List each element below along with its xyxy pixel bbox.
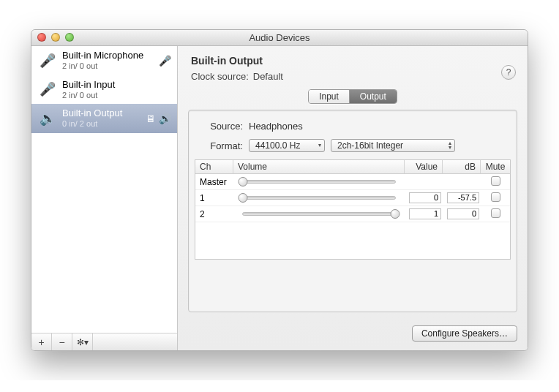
io-tabs: Input Output (308, 89, 397, 104)
col-db[interactable]: dB (443, 160, 481, 173)
value-1[interactable]: 0 (409, 192, 441, 203)
channel-table: Ch Volume Value dB Mute Master (195, 159, 511, 260)
device-row-microphone[interactable]: 🎤 Built-in Microphone 2 in/ 0 out 🎤 (31, 46, 177, 75)
audio-devices-window: Audio Devices 🎤 Built-in Microphone 2 in… (31, 29, 528, 351)
source-value: Headphones (249, 121, 303, 132)
mute-checkbox-1[interactable] (491, 192, 500, 202)
tab-input[interactable]: Input (309, 90, 350, 103)
remove-device-button[interactable]: − (52, 333, 72, 350)
device-row-input[interactable]: 🎤 Built-in Input 2 in/ 0 out (31, 75, 177, 105)
value-2[interactable]: 1 (409, 208, 441, 219)
bit-depth-value: 2ch-16bit Integer (337, 140, 403, 151)
format-label: Format: (199, 140, 243, 151)
selected-device-title: Built-in Output (191, 55, 514, 67)
chevron-down-icon: ▾ (318, 143, 321, 148)
device-row-output[interactable]: 🔈 Built-in Output 0 in/ 2 out 🖥 🔊 (31, 104, 177, 133)
col-volume[interactable]: Volume (233, 160, 405, 173)
clock-source-label: Clock source: (191, 71, 249, 82)
window-title: Audio Devices (31, 32, 528, 43)
action-menu-button[interactable]: ✻▾ (72, 333, 93, 350)
device-channels: 0 in/ 2 out (62, 119, 140, 129)
help-button[interactable]: ? (501, 65, 516, 80)
default-output-icon: 🖥 🔊 (146, 113, 171, 124)
device-name: Built-in Input (62, 80, 165, 91)
volume-slider-master[interactable] (242, 180, 396, 184)
db-master (447, 176, 479, 187)
microphone-icon: 🎤 (39, 81, 56, 97)
microphone-icon: 🎤 (39, 53, 56, 69)
titlebar[interactable]: Audio Devices (31, 30, 528, 46)
col-value[interactable]: Value (405, 160, 443, 173)
channel-name: 1 (195, 192, 233, 204)
clock-source-value: Default (253, 71, 283, 82)
device-channels: 2 in/ 0 out (62, 61, 153, 71)
main-pane: Built-in Output Clock source: Default ? … (178, 46, 528, 350)
channel-row-1: 1 0 -57.5 (195, 190, 510, 206)
mute-checkbox-master[interactable] (491, 176, 500, 186)
channel-name: 2 (195, 208, 233, 220)
value-master (409, 176, 441, 187)
channel-name: Master (195, 176, 233, 188)
close-button[interactable] (37, 33, 46, 42)
zoom-button[interactable] (65, 33, 74, 42)
configure-speakers-button[interactable]: Configure Speakers… (412, 325, 517, 342)
minimize-button[interactable] (51, 33, 60, 42)
channel-row-2: 2 1 0 (195, 206, 510, 222)
volume-slider-1[interactable] (242, 196, 396, 200)
device-list: 🎤 Built-in Microphone 2 in/ 0 out 🎤 🎤 Bu… (31, 46, 177, 333)
device-sidebar: 🎤 Built-in Microphone 2 in/ 0 out 🎤 🎤 Bu… (31, 46, 178, 350)
sidebar-toolbar: + − ✻▾ (31, 333, 177, 350)
sample-rate-value: 44100.0 Hz (255, 140, 300, 151)
channel-row-master: Master (195, 174, 510, 190)
mute-checkbox-2[interactable] (491, 208, 500, 218)
speaker-icon: 🔈 (39, 110, 56, 127)
volume-slider-2[interactable] (242, 212, 396, 216)
source-label: Source: (199, 121, 243, 132)
device-name: Built-in Microphone (62, 50, 153, 61)
col-channel[interactable]: Ch (195, 160, 233, 173)
device-channels: 2 in/ 0 out (62, 91, 165, 100)
col-mute[interactable]: Mute (481, 160, 510, 173)
db-1[interactable]: -57.5 (447, 192, 479, 203)
sample-rate-dropdown[interactable]: 44100.0 Hz ▾ (249, 139, 325, 152)
bit-depth-dropdown[interactable]: 2ch-16bit Integer ▴▾ (331, 139, 455, 152)
output-panel: Source: Headphones Format: 44100.0 Hz ▾ … (188, 110, 517, 312)
device-name: Built-in Output (62, 108, 140, 119)
chevron-updown-icon: ▴▾ (449, 141, 451, 150)
tab-output[interactable]: Output (350, 90, 397, 103)
db-2[interactable]: 0 (447, 208, 479, 219)
window-controls (37, 33, 74, 42)
add-device-button[interactable]: + (31, 333, 52, 350)
default-input-icon: 🎤 (159, 55, 171, 67)
